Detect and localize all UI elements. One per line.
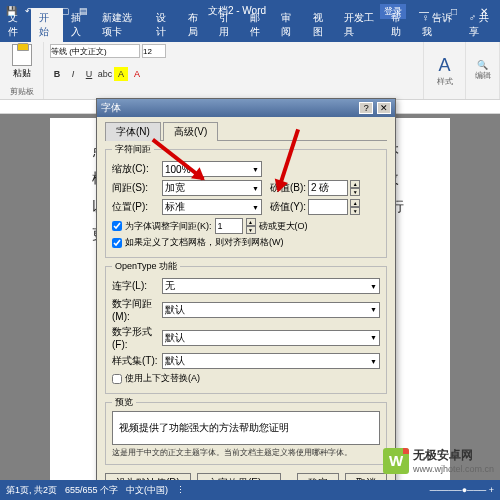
group-title: 预览 [112, 396, 136, 409]
contextual-alt-checkbox[interactable] [112, 374, 122, 384]
tab-home[interactable]: 开始 [31, 8, 62, 42]
share-button[interactable]: ♂ 共享 [461, 8, 500, 42]
spacing-label: 间距(S): [112, 181, 160, 195]
paste-button[interactable]: 粘贴 [6, 44, 37, 80]
tab-custom[interactable]: 新建选项卡 [94, 8, 148, 42]
watermark-title: 无极安卓网 [413, 448, 473, 462]
dialog-title: 字体 [101, 101, 121, 115]
kerning-checkbox[interactable] [112, 221, 122, 231]
ribbon-tabs: 文件 开始 插入 新建选项卡 设计 布局 引用 邮件 审阅 视图 开发工具 帮助… [0, 22, 500, 42]
chevron-down-icon: ▼ [370, 358, 377, 365]
spinner[interactable]: ▲▼ [350, 199, 360, 215]
dialog-titlebar: 字体 ? ✕ [97, 99, 395, 117]
spacing-value-label: 磅值(B): [270, 181, 306, 195]
tab-developer[interactable]: 开发工具 [336, 8, 383, 42]
chevron-down-icon: ▼ [252, 185, 259, 192]
style-set-label: 样式集(T): [112, 354, 160, 368]
chevron-down-icon: ▼ [252, 204, 259, 211]
tab-tellme[interactable]: ♀ 告诉我 [414, 8, 461, 42]
chevron-down-icon: ▼ [370, 334, 377, 341]
underline-icon[interactable]: U [82, 67, 96, 81]
opentype-group: OpenType 功能 连字(L):无▼ 数字间距(M):默认▼ 数字形式(F)… [105, 266, 387, 394]
status-bar: 第1页, 共2页 655/655 个字 中文(中国) ⋮ ─────●─── + [0, 480, 500, 500]
position-value-label: 磅值(Y): [270, 200, 306, 214]
spinner[interactable]: ▲▼ [350, 180, 360, 196]
styles-icon[interactable]: A [438, 55, 450, 76]
tab-references[interactable]: 引用 [211, 8, 242, 42]
preview-note: 这是用于中文的正文主题字体。当前文档主题定义将使用哪种字体。 [112, 447, 380, 458]
page-indicator[interactable]: 第1页, 共2页 [6, 484, 57, 497]
spacing-value-input[interactable]: 2 磅 [308, 180, 348, 196]
chevron-down-icon: ▼ [370, 306, 377, 313]
kerning-value-input[interactable]: 1 [215, 218, 243, 234]
group-title: OpenType 功能 [112, 260, 180, 273]
dialog-help-button[interactable]: ? [359, 102, 373, 114]
font-color-icon[interactable]: A [130, 67, 144, 81]
edit-group-label: 编辑 [475, 70, 491, 81]
spacing-select[interactable]: 加宽▼ [162, 180, 262, 196]
word-count[interactable]: 655/655 个字 [65, 484, 118, 497]
bold-icon[interactable]: B [50, 67, 64, 81]
spinner[interactable]: ▲▼ [246, 218, 256, 234]
contextual-label: 使用上下文替换(A) [125, 372, 200, 385]
num-form-select[interactable]: 默认▼ [162, 330, 380, 346]
font-dialog: 字体 ? ✕ 字体(N) 高级(V) 字符间距 缩放(C): 100%▼ 间距(… [96, 98, 396, 500]
ligatures-label: 连字(L): [112, 279, 160, 293]
tab-view[interactable]: 视图 [305, 8, 336, 42]
watermark: 无极安卓网 www.wjhotel.com.cn [383, 447, 494, 474]
snap-to-grid-checkbox[interactable] [112, 238, 122, 248]
kerning-after-label: 磅或更大(O) [259, 220, 308, 233]
num-spacing-select[interactable]: 默认▼ [162, 302, 380, 318]
scale-label: 缩放(C): [112, 162, 160, 176]
ribbon: 粘贴 剪贴板 B I U abc A A A 样式 🔍 编辑 [0, 42, 500, 100]
tab-review[interactable]: 审阅 [273, 8, 304, 42]
preview-box: 视频提供了功能强大的方法帮助您证明 [112, 411, 380, 445]
italic-icon[interactable]: I [66, 67, 80, 81]
snap-label: 如果定义了文档网格，则对齐到网格(W) [125, 236, 284, 249]
tab-help[interactable]: 帮助 [383, 8, 414, 42]
clipboard-group-label: 剪贴板 [6, 86, 37, 97]
tab-design[interactable]: 设计 [148, 8, 179, 42]
highlight-icon[interactable]: A [114, 67, 128, 81]
status-extra[interactable]: ⋮ [176, 485, 185, 495]
style-set-select[interactable]: 默认▼ [162, 353, 380, 369]
dialog-close-button[interactable]: ✕ [377, 102, 391, 114]
num-spacing-label: 数字间距(M): [112, 297, 160, 322]
font-name-select[interactable] [50, 44, 140, 58]
paste-label: 粘贴 [13, 67, 31, 80]
tab-insert[interactable]: 插入 [63, 8, 94, 42]
chevron-down-icon: ▼ [370, 283, 377, 290]
chevron-down-icon: ▼ [252, 166, 259, 173]
dialog-tab-advanced[interactable]: 高级(V) [163, 122, 218, 141]
ligatures-select[interactable]: 无▼ [162, 278, 380, 294]
num-form-label: 数字形式(F): [112, 325, 160, 350]
tab-layout[interactable]: 布局 [180, 8, 211, 42]
tab-mailings[interactable]: 邮件 [242, 8, 273, 42]
character-spacing-group: 字符间距 缩放(C): 100%▼ 间距(S): 加宽▼ 磅值(B): 2 磅 … [105, 149, 387, 258]
watermark-logo-icon [383, 448, 409, 474]
position-select[interactable]: 标准▼ [162, 199, 262, 215]
dialog-tab-font[interactable]: 字体(N) [105, 122, 161, 141]
language-indicator[interactable]: 中文(中国) [126, 484, 168, 497]
watermark-url: www.wjhotel.com.cn [413, 464, 494, 474]
zoom-slider[interactable]: ─────●─── + [430, 485, 494, 495]
font-size-select[interactable] [142, 44, 166, 58]
clipboard-icon [12, 44, 32, 66]
edit-icon[interactable]: 🔍 [477, 60, 488, 70]
scale-select[interactable]: 100%▼ [162, 161, 262, 177]
group-title: 字符间距 [112, 143, 154, 156]
styles-group-label: 样式 [437, 76, 453, 87]
tab-file[interactable]: 文件 [0, 8, 31, 42]
kerning-label: 为字体调整字间距(K): [125, 220, 212, 233]
position-label: 位置(P): [112, 200, 160, 214]
preview-group: 预览 视频提供了功能强大的方法帮助您证明 这是用于中文的正文主题字体。当前文档主… [105, 402, 387, 465]
strike-icon[interactable]: abc [98, 67, 112, 81]
position-value-input[interactable] [308, 199, 348, 215]
